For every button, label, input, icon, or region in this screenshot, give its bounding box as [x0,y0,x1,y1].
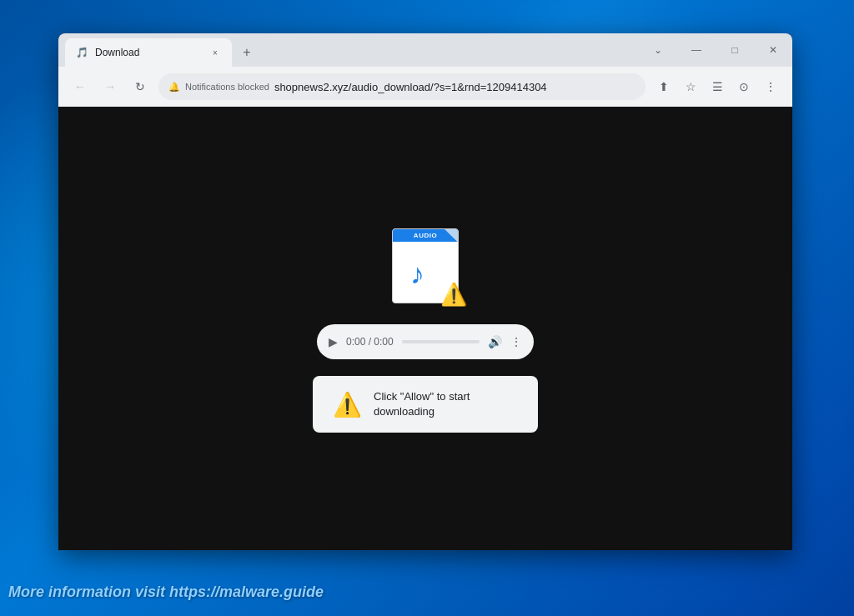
notifications-blocked-label: Notifications blocked [185,82,269,92]
notification-bell-icon: 🔔 [168,82,180,93]
audio-player[interactable]: ▶ 0:00 / 0:00 🔊 ⋮ [317,324,534,359]
url-bar[interactable]: 🔔 Notifications blocked shopnews2.xyz/au… [158,73,646,100]
toolbar-icons: ⬆ ☆ ☰ ⊙ ⋮ [652,75,782,98]
warning-badge-icon: ⚠️ [440,282,467,308]
window-chevron-button[interactable]: ⌄ [639,33,677,67]
desktop: More information visit https://malware.g… [0,0,854,616]
page-content: AUDIO ♪ ⚠️ ▶ 0:00 / 0:00 🔊 ⋮ [58,107,792,550]
window-minimize-button[interactable]: — [677,33,716,67]
audio-file-icon-wrap: AUDIO ♪ ⚠️ [384,224,467,308]
volume-icon[interactable]: 🔊 [488,335,502,348]
window-close-button[interactable]: ✕ [754,33,792,67]
back-button[interactable]: ← [68,75,92,98]
share-icon[interactable]: ⬆ [652,75,676,98]
window-controls: ⌄ — □ ✕ [639,33,792,67]
browser-window: 🎵 Download × + ⌄ — □ ✕ ← → ↻ 🔔 Notificat… [58,33,792,550]
address-bar: ← → ↻ 🔔 Notifications blocked shopnews2.… [58,67,792,107]
menu-icon[interactable]: ⋮ [759,75,782,98]
window-maximize-button[interactable]: □ [716,33,754,67]
reload-button[interactable]: ↻ [128,75,152,98]
bookmark-icon[interactable]: ☆ [679,75,702,98]
tab-close-button[interactable]: × [208,46,222,59]
play-button[interactable]: ▶ [329,335,338,348]
reader-mode-icon[interactable]: ☰ [706,75,729,98]
active-tab[interactable]: 🎵 Download × [65,38,232,67]
progress-bar[interactable] [402,340,480,343]
new-tab-button[interactable]: + [235,41,259,64]
forward-button[interactable]: → [98,75,122,98]
profile-icon[interactable]: ⊙ [732,75,756,98]
tab-title: Download [95,47,202,58]
allow-box: ⚠️ Click "Allow" to start downloading [313,376,538,433]
tab-favicon: 🎵 [75,46,88,59]
watermark-text: More information visit https://malware.g… [8,583,324,601]
time-display: 0:00 / 0:00 [346,336,394,348]
tab-bar: 🎵 Download × + ⌄ — □ ✕ [58,33,792,67]
audio-file-music-icon: ♪ [409,242,442,303]
allow-text: Click "Allow" to start downloading [374,389,470,419]
allow-warning-icon: ⚠️ [333,391,362,418]
svg-text:♪: ♪ [410,258,424,288]
url-text: shopnews2.xyz/audio_download/?s=1&rnd=12… [274,81,635,93]
audio-more-icon[interactable]: ⋮ [510,335,522,348]
